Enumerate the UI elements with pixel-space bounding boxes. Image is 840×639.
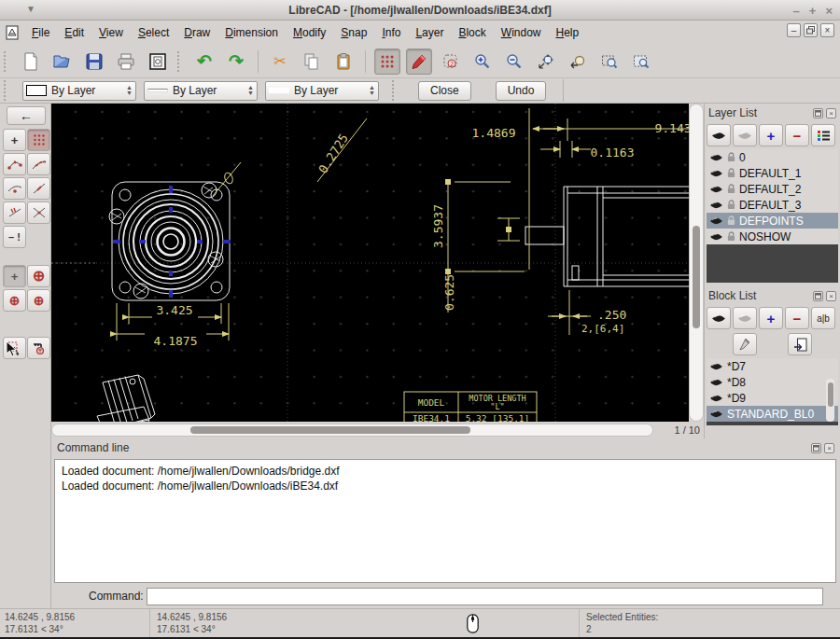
back-button[interactable]: ← xyxy=(7,106,46,125)
close-button[interactable]: × xyxy=(825,4,833,18)
key-button[interactable] xyxy=(27,337,50,359)
float-panel-icon[interactable] xyxy=(813,108,823,118)
close-drawing-button[interactable]: Close xyxy=(418,81,471,101)
block-list-scrollbar[interactable] xyxy=(826,379,834,422)
toolbar-grip[interactable] xyxy=(177,51,185,72)
snap-free-button[interactable]: + xyxy=(3,129,26,151)
command-history[interactable]: Loaded document: /home/jlwallen/Download… xyxy=(54,459,836,583)
layer-lock-icon[interactable] xyxy=(727,231,735,242)
layer-lock-icon[interactable] xyxy=(727,184,735,194)
snap-distance-button[interactable] xyxy=(3,201,26,224)
menu-modify[interactable]: Modify xyxy=(286,23,333,42)
undo-button[interactable]: Undo xyxy=(496,81,547,101)
print-preview-button[interactable] xyxy=(145,49,171,75)
snap-grid-button[interactable] xyxy=(27,129,50,151)
zoom-auto-button[interactable] xyxy=(533,49,559,75)
edit-block-button[interactable] xyxy=(733,333,757,355)
show-all-blocks-button[interactable] xyxy=(707,307,731,329)
add-layer-button[interactable]: + xyxy=(759,124,783,146)
snap-intersection-button[interactable] xyxy=(27,201,50,224)
layer-row[interactable]: NOSHOW xyxy=(707,229,838,244)
menu-dimension[interactable]: Dimension xyxy=(217,23,286,42)
layer-row[interactable]: DEFAULT_1 xyxy=(707,165,838,181)
float-panel-icon[interactable] xyxy=(811,443,821,453)
undo-icon[interactable]: ↶ xyxy=(191,49,217,75)
menu-help[interactable]: Help xyxy=(548,23,586,42)
horizontal-scrollbar[interactable] xyxy=(51,424,653,437)
line-width-select[interactable]: By Layer ▲▼ xyxy=(144,81,258,101)
zoom-in-button[interactable] xyxy=(469,49,496,75)
layer-attributes-button[interactable] xyxy=(811,124,835,146)
snap-on-entity-button[interactable] xyxy=(27,153,50,175)
mdi-minimize-button[interactable]: – xyxy=(787,23,801,37)
toolbar-grip[interactable] xyxy=(4,80,11,101)
line-type-select[interactable]: By Layer ▲▼ xyxy=(265,81,379,101)
rename-block-button[interactable]: a|b xyxy=(811,307,835,329)
command-input[interactable] xyxy=(147,588,823,605)
close-panel-icon[interactable]: × xyxy=(824,443,834,453)
remove-layer-button[interactable]: − xyxy=(785,124,809,146)
snap-center-button[interactable] xyxy=(3,177,26,200)
layer-lock-icon[interactable] xyxy=(727,152,735,162)
layer-visible-icon[interactable] xyxy=(709,153,723,162)
layer-row[interactable]: DEFAULT_2 xyxy=(707,181,838,197)
relative-zero-icon[interactable]: ⊕ xyxy=(27,289,50,312)
zoom-out-button[interactable] xyxy=(501,49,527,75)
hide-all-blocks-button[interactable] xyxy=(733,307,757,329)
zoom-pan-button[interactable] xyxy=(628,49,654,75)
block-row[interactable]: *D9 xyxy=(707,390,838,406)
block-visible-icon[interactable] xyxy=(709,378,723,387)
hide-all-layers-button[interactable] xyxy=(733,124,757,146)
lock-relative-zero-icon[interactable]: ⊕ xyxy=(3,289,26,312)
minimize-button[interactable]: – xyxy=(793,4,800,18)
layer-visible-icon[interactable] xyxy=(709,185,723,194)
paste-icon[interactable] xyxy=(330,49,357,75)
drawing-canvas[interactable]: 3.425 4.1875 0.2725 1.4869 9.143 0.1163 … xyxy=(51,104,689,422)
toolbar-grip[interactable] xyxy=(4,51,11,72)
layer-visible-icon[interactable] xyxy=(709,232,723,242)
zoom-window-button[interactable] xyxy=(596,49,623,75)
mdi-restore-button[interactable] xyxy=(804,23,818,37)
block-row[interactable]: *D8 xyxy=(707,374,838,390)
open-file-button[interactable] xyxy=(49,49,76,75)
block-visible-icon[interactable] xyxy=(709,362,723,371)
menu-file[interactable]: File xyxy=(24,23,57,42)
float-panel-icon[interactable] xyxy=(813,291,823,301)
maximize-button[interactable]: + xyxy=(809,4,817,18)
remove-block-button[interactable]: − xyxy=(785,307,809,329)
layer-lock-icon[interactable] xyxy=(727,215,735,226)
add-block-button[interactable]: + xyxy=(759,307,783,329)
color-select[interactable]: By Layer ▲▼ xyxy=(22,81,136,101)
layer-visible-icon[interactable] xyxy=(709,216,723,226)
vertical-scrollbar-thumb[interactable] xyxy=(693,226,700,328)
layer-visible-icon[interactable] xyxy=(709,169,723,178)
menu-layer[interactable]: Layer xyxy=(408,23,451,42)
close-panel-icon[interactable]: × xyxy=(826,108,836,118)
layer-row[interactable]: 0 xyxy=(707,149,838,165)
layer-lock-icon[interactable] xyxy=(727,200,735,210)
vertical-scrollbar[interactable] xyxy=(689,104,704,422)
insert-block-button[interactable] xyxy=(788,333,812,355)
restrict-nothing-button[interactable]: – ! xyxy=(3,226,26,248)
menu-snap[interactable]: Snap xyxy=(333,23,374,42)
layer-row-selected[interactable]: DEFPOINTS xyxy=(707,213,838,229)
block-row-selected[interactable]: STANDARD_BL0 xyxy=(707,406,838,422)
menu-select[interactable]: Select xyxy=(131,23,176,42)
menu-info[interactable]: Info xyxy=(374,23,408,42)
snap-endpoints-button[interactable] xyxy=(3,153,26,175)
new-document-button[interactable] xyxy=(18,49,44,75)
close-panel-icon[interactable]: × xyxy=(826,291,836,301)
menu-draw[interactable]: Draw xyxy=(176,23,217,42)
redo-icon[interactable]: ↷ xyxy=(223,49,249,75)
grid-toggle-button[interactable] xyxy=(374,49,400,75)
layer-lock-icon[interactable] xyxy=(727,168,735,178)
window-menu-icon[interactable]: ▼ xyxy=(26,4,35,14)
block-visible-icon[interactable] xyxy=(709,394,723,403)
menu-window[interactable]: Window xyxy=(494,23,549,42)
draft-mode-button[interactable]: 2 xyxy=(438,49,464,75)
restrict-free-button[interactable]: + xyxy=(3,265,26,287)
layer-row[interactable]: DEFAULT_3 xyxy=(707,197,838,213)
zoom-previous-button[interactable] xyxy=(565,49,591,75)
block-row[interactable]: *D7 xyxy=(707,358,838,374)
menu-block[interactable]: Block xyxy=(451,23,493,42)
